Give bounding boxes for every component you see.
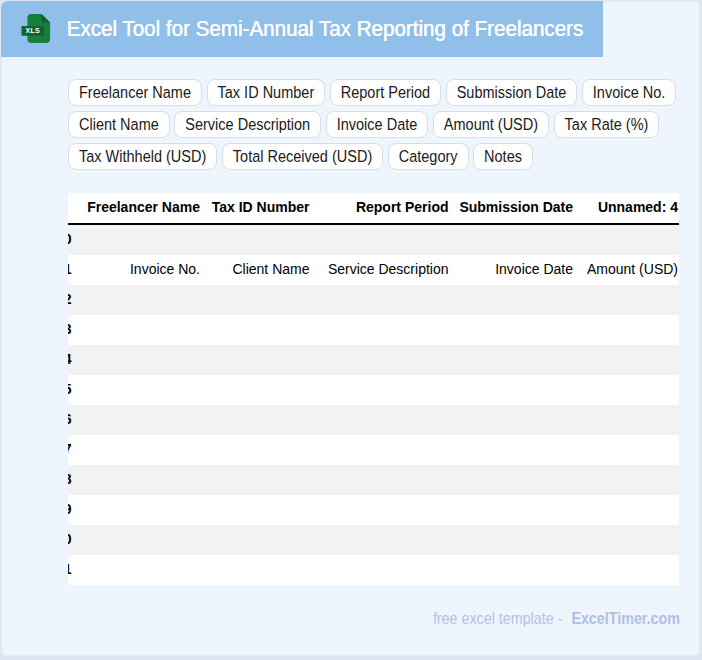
svg-text:XLS: XLS [25, 27, 40, 34]
